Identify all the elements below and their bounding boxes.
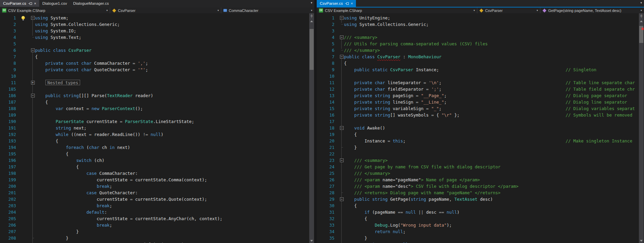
fold-toggle[interactable]: −	[31, 94, 35, 97]
code-line: 6−public class CsvParser	[0, 47, 314, 54]
code-text: /// <returns> Dialog page with name "pag…	[344, 189, 500, 196]
code-line: 8{	[317, 60, 644, 66]
split-grip-icon[interactable]: ╪	[639, 13, 644, 19]
tab-csvparser-cs[interactable]: CsvParser.cs×	[317, 0, 356, 7]
fold-margin	[30, 112, 35, 118]
line-number: 195	[0, 151, 19, 157]
inline-comment: // Dialog page separator	[566, 92, 636, 99]
fold-toggle[interactable]: −	[31, 48, 35, 52]
chevron-down-icon[interactable]: ▾	[472, 9, 475, 12]
editor-group-splitter[interactable]	[314, 0, 317, 243]
code-line: 207 }	[0, 228, 314, 235]
glyph-margin	[19, 34, 30, 41]
left-code-area[interactable]: 1−using System;2using System.Collections…	[0, 13, 314, 243]
code-line: 9 private const char QuoteCharacter = '"…	[0, 66, 314, 73]
breadcrumb-csvparser[interactable]: CsvParser▾	[110, 7, 221, 13]
code-text: {	[35, 164, 79, 170]
line-number: 188	[0, 105, 19, 112]
line-number: 7	[317, 54, 337, 60]
code-line: 209 currentState = currentState.EndOfLin…	[0, 241, 314, 243]
fold-toggle[interactable]: −	[340, 35, 344, 39]
line-number: 209	[0, 241, 19, 243]
glyph-margin	[337, 222, 339, 228]
fold-toggle[interactable]: −	[340, 126, 344, 130]
close-icon[interactable]: ×	[351, 2, 353, 5]
fold-toggle[interactable]: −	[340, 158, 344, 162]
fold-toggle[interactable]: −	[340, 197, 344, 201]
glyph-margin	[19, 157, 30, 164]
line-number: 9	[0, 66, 19, 73]
chevron-down-icon[interactable]: ▾	[216, 9, 219, 12]
right-vertical-scrollbar[interactable]: ╪	[639, 13, 644, 243]
pin-icon[interactable]	[28, 2, 32, 5]
fold-toggle[interactable]: +	[31, 81, 35, 85]
line-number: 206	[0, 222, 19, 228]
fold-toggle[interactable]: −	[31, 16, 35, 20]
pin-icon[interactable]	[345, 2, 349, 5]
breadcrumb-commacharacter[interactable]: CommaCharacter▾	[221, 7, 314, 13]
code-text: break;	[35, 202, 112, 209]
glyph-margin	[19, 41, 30, 47]
fold-margin	[30, 202, 35, 209]
glyph-margin	[337, 202, 339, 209]
glyph-margin	[19, 202, 30, 209]
glyph-margin	[337, 144, 339, 151]
glyph-margin	[337, 209, 339, 215]
line-number: 11	[317, 79, 337, 86]
close-icon[interactable]: ×	[34, 2, 36, 5]
code-text: Instance = this;	[344, 138, 406, 144]
glyph-margin	[19, 183, 30, 189]
fold-toggle[interactable]: −	[340, 16, 344, 20]
triangle-up-icon	[310, 20, 313, 22]
chevron-down-icon[interactable]: ▾	[639, 9, 642, 12]
error-marker	[642, 28, 644, 30]
scroll-up-button[interactable]	[639, 19, 644, 24]
scroll-down-button[interactable]	[639, 238, 644, 243]
code-line: 206 break;	[0, 222, 314, 228]
line-number: 21	[317, 144, 337, 151]
breadcrumb-csv-example-csharp[interactable]: C#CSV Example.CSharp▾	[0, 7, 110, 13]
code-text: {	[35, 99, 48, 105]
fold-margin	[30, 41, 35, 47]
breadcrumb-csvparser[interactable]: CsvParser▾	[477, 7, 540, 13]
fold-toggle[interactable]: −	[340, 55, 344, 59]
line-number: 205	[0, 215, 19, 222]
lightbulb-icon[interactable]	[21, 16, 25, 19]
code-line: 1−using System;	[0, 15, 314, 21]
code-text: default:	[35, 209, 107, 215]
chevron-down-icon[interactable]: ▾	[310, 9, 312, 12]
breadcrumb-getpage-string-pagename-textasset-desc[interactable]: GetPage(string pageName, TextAsset desc)…	[540, 7, 644, 13]
fold-margin: −	[30, 15, 35, 21]
chevron-down-icon[interactable]: ▾	[105, 9, 108, 12]
chevron-down-icon[interactable]: ▾	[535, 9, 538, 12]
right-editor-group: CsvParser.cs×▾ C#CSV Example.CSharp▾CsvP…	[317, 0, 644, 243]
fold-margin	[339, 189, 344, 196]
tab-dialogue1-csv[interactable]: Dialogue1.csv	[39, 0, 70, 7]
code-text: currentState = currentState.Quote(contex…	[35, 196, 207, 202]
scroll-down-button[interactable]	[309, 238, 314, 243]
code-line: 24 /// Get page by name from CSV file wi…	[317, 164, 644, 170]
fold-margin	[30, 222, 35, 228]
line-number: 27	[317, 183, 337, 189]
code-line: 18− void Awake()	[317, 125, 644, 131]
tab-list-dropdown-icon[interactable]: ▾	[311, 1, 312, 4]
fold-margin	[339, 105, 344, 112]
tab-list-dropdown-icon[interactable]: ▾	[640, 1, 642, 4]
fold-margin	[30, 177, 35, 183]
scroll-up-button[interactable]	[309, 19, 314, 24]
code-line: 197 {	[0, 164, 314, 170]
fold-margin	[30, 164, 35, 170]
tab-dialoguemanager-cs[interactable]: DialogueManager.cs	[70, 0, 112, 7]
right-code-area[interactable]: 1−using UnityEngine;2using System.Collec…	[317, 13, 644, 243]
scrollbar-thumb[interactable]	[639, 26, 643, 43]
code-line: 20 Instance = this;// Make singleton Ins…	[317, 138, 644, 144]
scrollbar-thumb[interactable]	[310, 29, 314, 70]
code-text: /// <param name="desc"> CSV file with di…	[344, 183, 519, 189]
fold-margin	[30, 54, 35, 60]
left-vertical-scrollbar[interactable]: ╪	[309, 13, 314, 243]
fold-margin	[30, 196, 35, 202]
tab-csvparser-cs[interactable]: CsvParser.cs×	[0, 0, 39, 7]
breadcrumb-csv-example-csharp[interactable]: C#CSV Example.CSharp▾	[317, 7, 477, 13]
split-grip-icon[interactable]: ╪	[309, 13, 314, 19]
fold-margin	[339, 41, 344, 47]
